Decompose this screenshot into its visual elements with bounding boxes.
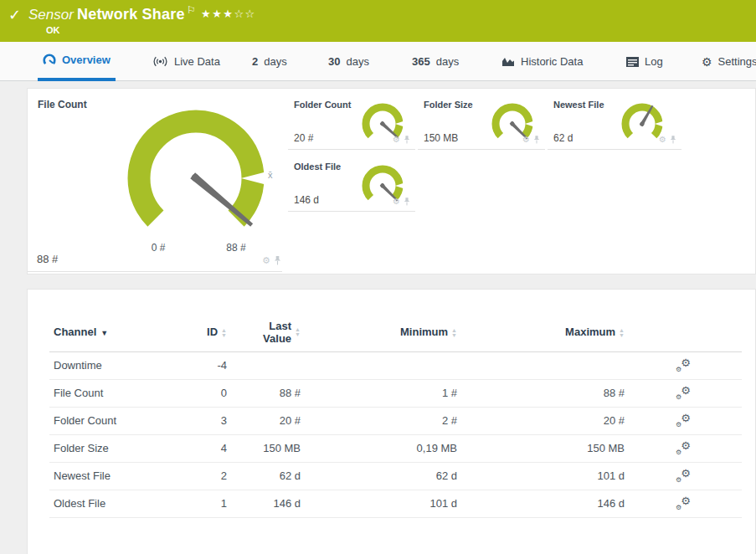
channels-panel: Channel▼ ID▲▼ Last Value▲▼ Minimum▲▼ Max… — [27, 289, 756, 554]
table-row: Downtime -4 ⚙⚙ — [49, 351, 742, 379]
tab-overview[interactable]: Overview — [38, 42, 116, 81]
channel-name[interactable]: Oldest File — [49, 490, 175, 517]
channel-maximum: 101 d — [457, 462, 625, 490]
channel-settings-icon[interactable]: ⚙⚙ — [676, 358, 691, 371]
folder-count-tile: Folder Count 20 # ⚙ — [288, 93, 415, 150]
tab-30-days-number: 30 — [328, 55, 340, 68]
folder-count-title: Folder Count — [294, 100, 351, 110]
channel-minimum: 2 # — [301, 407, 457, 434]
tile-actions: ⚙ — [522, 135, 540, 144]
status-check-icon: ✓ — [8, 6, 21, 24]
folder-size-tile: Folder Size 150 MB ⚙ — [418, 93, 545, 150]
last-value-header-label: Last Value — [253, 320, 291, 345]
sort-icon: ▲▼ — [295, 327, 301, 337]
channel-id: 3 — [175, 407, 227, 434]
channels-table: Channel▼ ID▲▼ Last Value▲▼ Minimum▲▼ Max… — [49, 313, 742, 518]
tab-overview-label: Overview — [62, 54, 111, 66]
channel-settings-icon[interactable]: ⚙⚙ — [676, 496, 691, 509]
gauge-max-label: 88 # — [215, 242, 257, 254]
maximum-header-label: Maximum — [565, 326, 615, 338]
channel-settings-icon[interactable]: ⚙⚙ — [676, 386, 691, 398]
channel-minimum: 0,19 MB — [301, 434, 457, 462]
tab-365-days-label: days — [436, 55, 459, 68]
table-row: Folder Size 4 150 MB 0,19 MB 150 MB ⚙⚙ — [49, 434, 742, 462]
channel-minimum: 62 d — [301, 462, 457, 490]
tab-live-data-label: Live Data — [174, 55, 220, 68]
channel-id: 2 — [175, 462, 227, 490]
channel-settings-icon[interactable]: ⚙⚙ — [676, 413, 691, 426]
priority-stars[interactable]: ★★★☆☆ — [201, 8, 256, 20]
channel-last-value: 88 # — [227, 379, 301, 407]
channel-last-value: 62 d — [227, 462, 301, 490]
column-header-channel[interactable]: Channel▼ — [49, 313, 175, 351]
channel-id: 0 — [175, 379, 227, 407]
sensor-title: Network Share — [77, 6, 185, 23]
channel-name[interactable]: Newest File — [49, 462, 175, 490]
stars-filled: ★★★ — [201, 8, 234, 20]
tab-settings[interactable]: ⚙ Settings — [697, 42, 756, 81]
channel-last-value: 146 d — [227, 490, 301, 517]
settings-gear-icon: ⚙ — [702, 55, 712, 69]
tab-365-days-number: 365 — [412, 55, 430, 68]
tab-2-days-label: days — [264, 55, 286, 68]
pin-icon[interactable] — [533, 136, 540, 144]
channel-maximum — [457, 351, 625, 379]
channel-name[interactable]: Folder Size — [49, 434, 175, 462]
file-count-value: 88 # — [37, 253, 58, 265]
gear-icon[interactable]: ⚙ — [262, 255, 270, 266]
historic-chart-icon — [501, 56, 515, 67]
log-list-icon — [626, 57, 639, 67]
tab-historic-data[interactable]: Historic Data — [496, 42, 588, 81]
folder-size-title: Folder Size — [424, 100, 473, 110]
column-header-minimum[interactable]: Minimum▲▼ — [301, 313, 457, 351]
channel-name[interactable]: File Count — [49, 379, 175, 407]
channel-minimum: 101 d — [301, 490, 457, 517]
file-count-gauge — [125, 105, 275, 252]
pin-icon[interactable] — [274, 256, 281, 265]
gear-icon[interactable]: ⚙ — [393, 135, 400, 144]
sort-icon: ▲▼ — [221, 328, 227, 338]
channel-settings-icon[interactable]: ⚙⚙ — [676, 441, 691, 454]
tab-30-days[interactable]: 30 days — [323, 42, 374, 81]
folder-count-value: 20 # — [294, 132, 313, 144]
id-header-label: ID — [207, 326, 218, 338]
pin-icon[interactable] — [404, 197, 410, 206]
channel-name[interactable]: Downtime — [49, 351, 175, 379]
newest-file-tile: Newest File 62 d ⚙ — [548, 93, 681, 150]
oldest-file-value: 146 d — [294, 194, 319, 206]
pin-icon[interactable] — [670, 136, 676, 144]
file-count-title: File Count — [38, 99, 87, 110]
gauge-min-label: 0 # — [137, 242, 179, 254]
channel-header-label: Channel — [54, 326, 96, 338]
tab-settings-label: Settings — [718, 55, 756, 68]
gear-icon[interactable]: ⚙ — [393, 197, 400, 206]
channel-name[interactable]: Folder Count — [49, 407, 175, 434]
gear-icon[interactable]: ⚙ — [522, 135, 530, 144]
gauges-panel: File Count x̄ 0 # 88 # 88 # ⚙ Folder Cou… — [27, 88, 756, 274]
sort-descending-icon: ▼ — [100, 329, 108, 337]
tab-historic-data-label: Historic Data — [521, 55, 583, 68]
column-header-maximum[interactable]: Maximum▲▼ — [457, 313, 625, 351]
newest-file-value: 62 d — [553, 132, 573, 144]
flag-icon[interactable]: ⚐ — [187, 4, 196, 16]
minimum-header-label: Minimum — [400, 326, 448, 338]
folder-size-value: 150 MB — [424, 132, 458, 144]
column-header-id[interactable]: ID▲▼ — [175, 313, 227, 351]
channel-settings-icon[interactable]: ⚙⚙ — [676, 469, 691, 481]
tab-2-days[interactable]: 2 days — [247, 42, 292, 81]
gear-icon[interactable]: ⚙ — [659, 135, 666, 144]
tile-divider — [28, 271, 282, 272]
tab-log[interactable]: Log — [621, 42, 668, 81]
column-header-actions — [625, 313, 742, 351]
tab-live-data[interactable]: Live Data — [147, 42, 225, 81]
tile-actions: ⚙ — [393, 197, 410, 206]
column-header-last-value[interactable]: Last Value▲▼ — [227, 313, 301, 351]
tab-log-label: Log — [645, 55, 663, 68]
oldest-file-tile: Oldest File 146 d ⚙ — [288, 155, 415, 212]
tab-365-days[interactable]: 365 days — [407, 42, 464, 81]
channel-maximum: 20 # — [457, 407, 625, 434]
table-row: Folder Count 3 20 # 2 # 20 # ⚙⚙ — [49, 407, 742, 434]
table-row: Oldest File 1 146 d 101 d 146 d ⚙⚙ — [49, 490, 742, 517]
sensor-header-banner: ✓ Sensor Network Share ⚐ ★★★☆☆ OK — [0, 0, 756, 42]
pin-icon[interactable] — [404, 136, 410, 144]
